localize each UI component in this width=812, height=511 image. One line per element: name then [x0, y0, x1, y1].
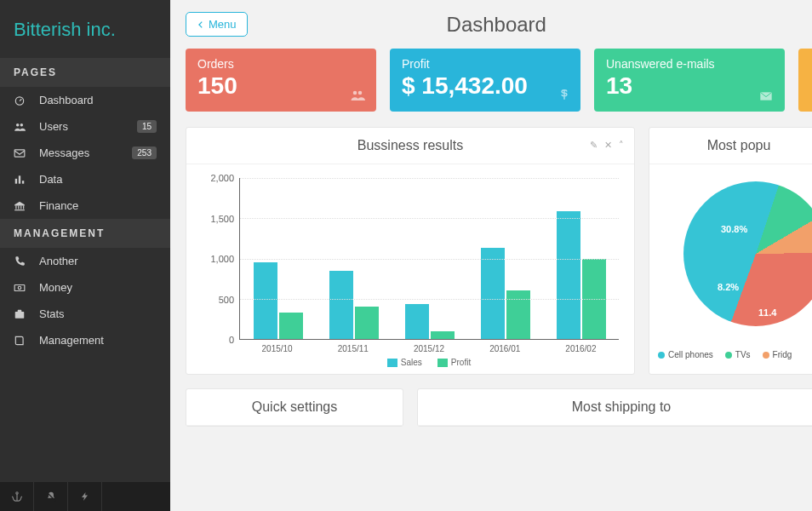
pie-legend-item: TVs — [725, 350, 751, 359]
svg-rect-6 — [22, 181, 24, 184]
bar-chart-icon — [14, 174, 31, 186]
card-label: Profit — [402, 57, 569, 71]
svg-rect-4 — [15, 178, 17, 183]
x-label: 2016/02 — [543, 344, 619, 353]
sidebar-item-label: Stats — [39, 307, 65, 320]
y-tick: 1,500 — [210, 214, 234, 224]
sidebar-item-data[interactable]: Data — [0, 166, 170, 192]
sidebar-badge: 253 — [132, 146, 157, 159]
panel-title-text: Most shipping to — [572, 399, 672, 414]
y-tick: 0 — [229, 335, 234, 345]
wrench-icon[interactable]: ✎ — [590, 140, 598, 151]
card-profit[interactable]: Profit $ 15,432.00 — [390, 49, 580, 112]
sidebar-item-another[interactable]: Another — [0, 248, 170, 274]
pie-legend-item: Cell phones — [658, 350, 713, 359]
sidebar-item-label: Dashboard — [39, 94, 94, 106]
gauge-icon — [14, 95, 31, 106]
panel-quick-settings: Quick settings — [186, 388, 403, 427]
panel-most-popular: Most popu 30.8%8.2%11.4 Cell phonesTVsFr… — [649, 127, 812, 375]
svg-point-15 — [15, 492, 17, 494]
sidebar-footer — [0, 482, 170, 511]
bolt-icon[interactable] — [68, 482, 102, 511]
chevron-up-icon[interactable]: ˄ — [619, 140, 624, 151]
sidebar-item-stats[interactable]: Stats — [0, 301, 170, 327]
close-icon[interactable]: ✕ — [604, 140, 612, 151]
phone-icon — [14, 256, 31, 267]
card-value: $ 15,432.00 — [402, 72, 569, 100]
bar-sales — [405, 304, 429, 339]
briefcase-icon — [14, 308, 31, 320]
card-emails[interactable]: Unanswered e-mails 13 — [594, 49, 785, 112]
svg-rect-11 — [14, 210, 25, 210]
sidebar-item-money[interactable]: Money — [0, 274, 170, 301]
card-partial[interactable] — [798, 49, 812, 112]
panels-row-1: Bussiness results ✎ ✕ ˄ 05001,0001,5002,… — [186, 127, 812, 375]
sidebar-item-label: Money — [39, 281, 72, 294]
sidebar-item-label: Users — [39, 120, 68, 133]
pie-chart: 30.8%8.2%11.4 — [649, 173, 812, 343]
sidebar-item-dashboard[interactable]: Dashboard — [0, 87, 170, 113]
users-icon — [349, 88, 366, 103]
bar-profit — [279, 313, 303, 339]
pie-legend: Cell phonesTVsFridg — [658, 350, 812, 359]
panel-title-text: Bussiness results — [357, 138, 464, 152]
x-label: 2016/01 — [467, 344, 543, 353]
sidebar-item-label: Finance — [39, 199, 78, 212]
x-label: 2015/12 — [391, 344, 466, 353]
svg-rect-5 — [19, 175, 20, 183]
svg-rect-3 — [14, 149, 25, 156]
bar-sales — [329, 271, 353, 339]
users-icon — [14, 121, 31, 133]
sidebar-badge: 15 — [137, 120, 157, 133]
panel-title: Quick settings — [186, 389, 403, 426]
page-title: Dashboard — [197, 13, 797, 37]
anchor-icon[interactable] — [0, 482, 34, 511]
panel-tools: ✎ ✕ ˄ — [590, 140, 624, 151]
x-label: 2015/10 — [239, 344, 315, 353]
y-tick: 500 — [219, 295, 234, 305]
svg-point-17 — [358, 91, 363, 95]
svg-rect-9 — [20, 205, 21, 209]
svg-point-13 — [18, 286, 21, 290]
envelope-icon — [14, 147, 31, 159]
sidebar-item-management[interactable]: Management — [0, 327, 170, 353]
panel-title: Bussiness results ✎ ✕ ˄ — [186, 128, 634, 164]
svg-point-1 — [16, 123, 20, 126]
sidebar-item-label: Messages — [39, 146, 89, 159]
bell-slash-icon[interactable] — [34, 482, 68, 511]
main-content: Menu Dashboard Orders 150 Profit $ 15,43… — [170, 0, 812, 511]
sidebar-item-users[interactable]: Users 15 — [0, 113, 170, 140]
envelope-icon — [758, 89, 775, 103]
svg-rect-7 — [15, 205, 16, 209]
sidebar-section-pages: PAGES — [0, 58, 170, 87]
x-label: 2015/11 — [315, 344, 391, 353]
stat-cards-row: Orders 150 Profit $ 15,432.00 Unanswered… — [186, 49, 812, 112]
sidebar-item-label: Another — [39, 255, 78, 267]
book-icon — [14, 335, 31, 347]
sidebar-item-label: Data — [39, 173, 62, 186]
sidebar-item-finance[interactable]: Finance — [0, 192, 170, 219]
panel-business-results: Bussiness results ✎ ✕ ˄ 05001,0001,5002,… — [186, 127, 635, 375]
brand-title: Bitterish inc. — [0, 0, 170, 58]
svg-rect-14 — [15, 312, 25, 319]
panel-title: Most popu — [649, 128, 812, 164]
svg-point-16 — [353, 91, 357, 95]
bar-profit — [355, 307, 379, 339]
pie-slice-label: 30.8% — [721, 224, 747, 234]
card-orders[interactable]: Orders 150 — [186, 49, 376, 112]
svg-rect-12 — [14, 284, 25, 290]
sidebar-item-label: Management — [39, 334, 104, 347]
panel-title: Most shipping to — [418, 389, 812, 426]
svg-point-2 — [20, 123, 23, 126]
header-row: Menu Dashboard — [186, 12, 812, 37]
y-tick: 1,000 — [210, 254, 234, 264]
bar-sales — [254, 262, 277, 339]
bar-sales — [557, 211, 580, 339]
card-label: Unanswered e-mails — [606, 57, 773, 71]
sidebar-section-management: MANAGEMENT — [0, 219, 170, 248]
money-icon — [14, 282, 31, 294]
svg-rect-8 — [18, 205, 19, 209]
sidebar-item-messages[interactable]: Messages 253 — [0, 140, 170, 166]
bar-sales — [481, 248, 505, 339]
bank-icon — [14, 200, 31, 212]
